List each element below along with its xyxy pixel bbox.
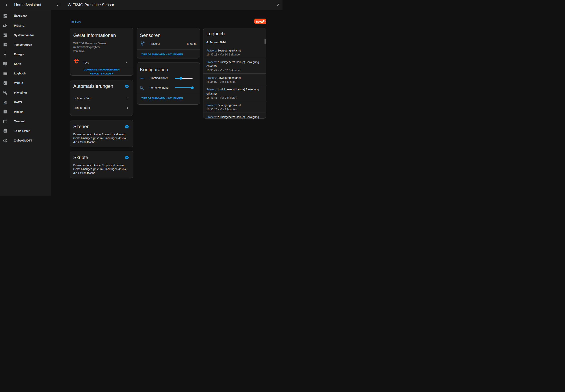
svg-text:tuya: tuya: [256, 20, 263, 23]
svg-text:HACS: HACS: [4, 103, 7, 104]
